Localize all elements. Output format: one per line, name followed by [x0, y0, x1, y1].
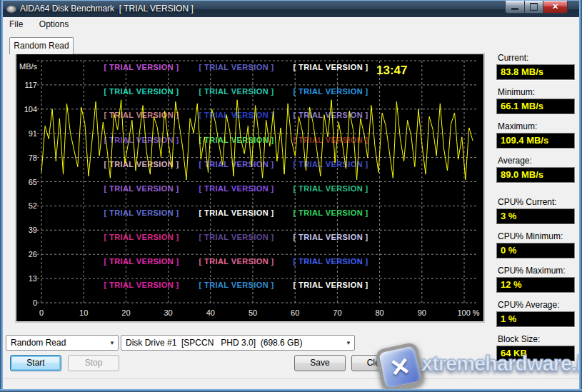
- app-icon: [6, 6, 16, 13]
- stat-value: 83.8 MB/s: [496, 64, 575, 80]
- x-tick-label: 60: [291, 308, 299, 317]
- minimize-button[interactable]: [505, 1, 525, 14]
- minimize-icon: [511, 8, 518, 10]
- benchmark-type-select[interactable]: Random Read ▼: [6, 335, 119, 351]
- y-tick-label: 26: [29, 250, 37, 258]
- bottom-divider: [3, 378, 579, 379]
- stat-cpu-average: CPU% Average: 1 %: [496, 300, 575, 327]
- stat-cpu-minimum: CPU% Minimum: 0 %: [496, 231, 575, 258]
- trial-watermark: [ TRIAL VERSION ]: [199, 257, 274, 266]
- window-controls: ✕: [505, 1, 568, 14]
- trial-watermark: [ TRIAL VERSION ]: [293, 87, 368, 96]
- stat-label: CPU% Current:: [496, 197, 575, 207]
- y-tick-label: 78: [29, 154, 37, 162]
- stat-label: CPU% Minimum:: [496, 231, 575, 241]
- x-tick-label: 100 %: [457, 308, 479, 317]
- trial-watermark: [ TRIAL VERSION ]: [199, 208, 274, 217]
- tab-random-read[interactable]: Random Read: [9, 37, 74, 54]
- stat-value: 66.1 MB/s: [496, 99, 575, 114]
- trial-watermark: [ TRIAL VERSION ]: [104, 281, 179, 289]
- x-tick-label: 40: [206, 308, 215, 317]
- stat-label: CPU% Maximum:: [496, 266, 575, 276]
- stat-label: Current:: [496, 53, 575, 63]
- trial-watermark: [ TRIAL VERSION ]: [104, 63, 179, 71]
- stat-average: Average: 89.0 MB/s: [496, 156, 575, 183]
- trial-watermark: [ TRIAL VERSION ]: [293, 233, 368, 241]
- trial-watermark: [ TRIAL VERSION ]: [293, 281, 368, 289]
- stat-value: 64 KB: [496, 346, 575, 361]
- stat-label: Block Size:: [496, 334, 575, 344]
- trial-watermark: [ TRIAL VERSION ]: [199, 184, 274, 193]
- clear-button[interactable]: Clear: [351, 355, 403, 371]
- close-icon: ✕: [552, 1, 558, 12]
- x-tick-label: 0: [39, 308, 44, 317]
- x-tick-label: 90: [418, 308, 426, 317]
- trial-watermark: [ TRIAL VERSION ]: [293, 136, 368, 144]
- trial-watermark: [ TRIAL VERSION ]: [104, 257, 179, 266]
- stat-value: 0 %: [496, 243, 575, 258]
- y-tick-label: 13: [29, 274, 37, 283]
- stat-label: CPU% Average:: [496, 300, 575, 310]
- window-border-left: [0, 0, 3, 392]
- save-button[interactable]: Save: [294, 355, 346, 371]
- maximize-button[interactable]: [525, 1, 543, 14]
- menu-options[interactable]: Options: [33, 17, 75, 31]
- trial-watermark: [ TRIAL VERSION ]: [293, 160, 368, 169]
- start-button[interactable]: Start: [10, 355, 61, 371]
- app-window: AIDA64 Disk Benchmark [ TRIAL VERSION ] …: [0, 0, 582, 392]
- trial-watermark: [ TRIAL VERSION ]: [199, 233, 274, 241]
- y-tick-label: 104: [24, 105, 37, 114]
- x-tick-label: 10: [79, 308, 88, 317]
- trial-watermark: [ TRIAL VERSION ]: [104, 184, 179, 193]
- stat-current: Current: 83.8 MB/s: [496, 53, 575, 80]
- x-tick-label: 80: [375, 308, 383, 317]
- close-button[interactable]: ✕: [543, 1, 568, 14]
- stat-value: 109.4 MB/s: [496, 133, 575, 149]
- y-tick-label: 39: [29, 226, 37, 234]
- disk-drive-select[interactable]: Disk Drive #1 [SPCCN PHD 3.0] (698.6 GB)…: [121, 335, 355, 351]
- trial-watermark: [ TRIAL VERSION ]: [293, 184, 368, 193]
- window-title: AIDA64 Disk Benchmark [ TRIAL VERSION ]: [20, 4, 194, 14]
- trial-watermark: [ TRIAL VERSION ]: [104, 160, 179, 169]
- trial-watermark: [ TRIAL VERSION ]: [293, 63, 368, 71]
- stat-cpu-maximum: CPU% Maximum: 12 %: [496, 266, 575, 293]
- stop-button[interactable]: Stop: [68, 355, 119, 371]
- stat-minimum: Minimum: 66.1 MB/s: [496, 87, 575, 114]
- trial-watermark: [ TRIAL VERSION ]: [104, 87, 179, 96]
- benchmark-chart: [ TRIAL VERSION ][ TRIAL VERSION ][ TRIA…: [15, 53, 485, 323]
- stat-cpu-current: CPU% Current: 3 %: [496, 197, 575, 224]
- trial-watermark: [ TRIAL VERSION ]: [104, 208, 179, 217]
- chevron-down-icon: ▼: [106, 340, 118, 346]
- window-border-bottom: [0, 389, 582, 392]
- trial-watermark: [ TRIAL VERSION ]: [199, 160, 274, 169]
- title-bar: AIDA64 Disk Benchmark [ TRIAL VERSION ] …: [0, 0, 582, 17]
- stat-value: 89.0 MB/s: [496, 167, 575, 183]
- chart-canvas: [ TRIAL VERSION ][ TRIAL VERSION ][ TRIA…: [16, 54, 484, 322]
- benchmark-type-value: Random Read: [6, 338, 106, 348]
- trial-watermark: [ TRIAL VERSION ]: [293, 111, 368, 119]
- window-border-right: [579, 0, 582, 392]
- trial-watermark: [ TRIAL VERSION ]: [199, 63, 274, 71]
- stat-block-size: Block Size: 64 KB: [496, 334, 575, 361]
- stat-label: Average:: [496, 156, 575, 166]
- stat-label: Minimum:: [496, 87, 575, 97]
- x-tick-label: 50: [249, 308, 257, 317]
- x-tick-label: 20: [121, 308, 130, 317]
- trial-watermark: [ TRIAL VERSION ]: [104, 233, 179, 241]
- y-tick-label: 65: [29, 178, 37, 186]
- stat-label: Maximum:: [496, 121, 575, 131]
- y-axis-unit: MB/s: [19, 62, 38, 71]
- x-tick-label: 70: [333, 308, 341, 317]
- y-tick-label: 0: [33, 298, 37, 307]
- trial-watermark: [ TRIAL VERSION ]: [199, 87, 274, 96]
- stat-value: 12 %: [496, 277, 575, 293]
- menu-file[interactable]: File: [3, 17, 29, 31]
- trial-watermark: [ TRIAL VERSION ]: [293, 257, 368, 266]
- x-tick-label: 30: [164, 308, 172, 317]
- stat-value: 1 %: [496, 311, 575, 327]
- maximize-icon: [530, 3, 538, 11]
- y-tick-label: 52: [29, 201, 37, 210]
- chart-clock: 13:47: [376, 64, 407, 77]
- stat-maximum: Maximum: 109.4 MB/s: [496, 121, 575, 149]
- menu-bar: File Options: [3, 17, 579, 33]
